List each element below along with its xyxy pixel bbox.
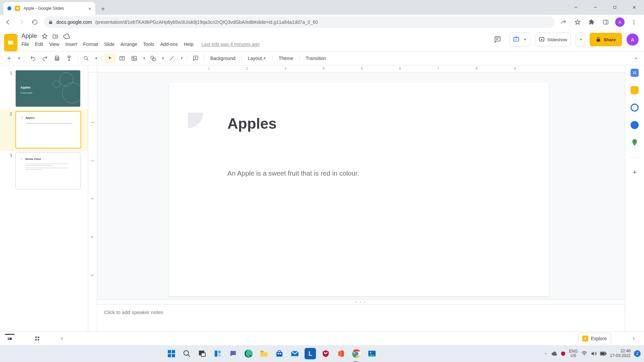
- star-document-icon[interactable]: [42, 33, 48, 39]
- browser-tab[interactable]: Apple - Google Slides ×: [3, 2, 95, 15]
- grid-view-button[interactable]: [32, 334, 43, 344]
- layout-button[interactable]: Layout▼: [245, 53, 270, 63]
- move-document-icon[interactable]: [52, 33, 58, 39]
- app-l-icon[interactable]: L: [305, 348, 316, 359]
- collapse-toolbar-button[interactable]: [631, 54, 641, 63]
- slide-thumbnail-1[interactable]: 1 Apples All about Apples: [0, 69, 88, 110]
- clock-time[interactable]: 22:48: [621, 349, 631, 354]
- theme-button[interactable]: Theme: [275, 53, 297, 63]
- redo-button[interactable]: [39, 53, 51, 63]
- cloud-status-icon[interactable]: [63, 33, 70, 40]
- image-tool[interactable]: [128, 53, 140, 63]
- keep-app-icon[interactable]: [631, 86, 639, 94]
- start-button[interactable]: [166, 348, 177, 359]
- menu-insert[interactable]: Insert: [65, 42, 77, 47]
- menu-edit[interactable]: Edit: [35, 42, 43, 47]
- browser-menu-icon[interactable]: [629, 17, 639, 27]
- document-title[interactable]: Apple: [21, 33, 37, 40]
- share-button[interactable]: Share: [590, 33, 622, 46]
- mcafee-icon[interactable]: [320, 348, 331, 359]
- select-tool[interactable]: [104, 53, 116, 63]
- close-tab-button[interactable]: ×: [88, 6, 91, 11]
- textbox-tool[interactable]: [116, 53, 128, 63]
- add-addon-button[interactable]: +: [631, 168, 639, 176]
- slide-thumbnail-3[interactable]: 3 Works Cited: [0, 151, 88, 192]
- last-edit-label[interactable]: Last edit was 4 minutes ago: [202, 42, 260, 47]
- battery-tray-icon[interactable]: [600, 351, 607, 356]
- volume-tray-icon[interactable]: [591, 351, 597, 357]
- ruler-horizontal[interactable]: 1 2 3 4 5 6 7 8 9: [97, 65, 625, 72]
- bookmark-star-icon[interactable]: [573, 17, 582, 27]
- expand-sidepanel-button[interactable]: [628, 334, 639, 344]
- tasks-app-icon[interactable]: [631, 104, 639, 112]
- present-options-button[interactable]: ▼: [509, 33, 530, 47]
- menu-slide[interactable]: Slide: [104, 42, 114, 47]
- new-slide-dropdown[interactable]: ▼: [15, 53, 21, 63]
- maps-app-icon[interactable]: [631, 138, 639, 146]
- new-tab-button[interactable]: +: [97, 3, 109, 15]
- menu-format[interactable]: Format: [83, 42, 98, 47]
- window-close-button[interactable]: [625, 0, 644, 15]
- language-indicator-2[interactable]: US: [571, 354, 576, 358]
- store-icon[interactable]: [274, 348, 285, 359]
- menu-addons[interactable]: Add-ons: [160, 42, 178, 47]
- menu-help[interactable]: Help: [184, 42, 194, 47]
- line-dropdown[interactable]: ▼: [178, 53, 184, 63]
- extensions-icon[interactable]: [587, 17, 596, 27]
- zoom-button[interactable]: [80, 53, 92, 63]
- chrome-icon[interactable]: [351, 348, 362, 359]
- filmstrip-view-button[interactable]: [5, 334, 15, 344]
- slide-canvas[interactable]: Apples An Apple is a sweet fruit that is…: [169, 82, 549, 296]
- menu-arrange[interactable]: Arrange: [120, 42, 137, 47]
- comment-tool[interactable]: [190, 53, 201, 63]
- shape-dropdown[interactable]: ▼: [159, 53, 165, 63]
- mail-icon[interactable]: [289, 348, 301, 359]
- edge-icon[interactable]: [243, 348, 254, 359]
- menu-file[interactable]: File: [21, 42, 29, 47]
- notes-drag-handle[interactable]: • • •: [97, 299, 625, 305]
- clock-date[interactable]: 17-03-2022: [610, 354, 631, 358]
- task-view-icon[interactable]: [197, 348, 208, 359]
- office-icon[interactable]: [335, 348, 347, 359]
- slides-logo-icon[interactable]: [4, 34, 17, 51]
- onedrive-tray-icon[interactable]: [551, 351, 557, 357]
- nav-reload-button[interactable]: [30, 17, 40, 27]
- share-page-icon[interactable]: [559, 17, 568, 27]
- wifi-tray-icon[interactable]: [581, 351, 587, 357]
- new-slide-button[interactable]: [3, 53, 15, 63]
- transition-button[interactable]: Transition: [302, 53, 329, 63]
- slide-body-text[interactable]: An Apple is a sweet fruit that is red in…: [227, 170, 359, 177]
- slide-thumbnail-2[interactable]: 2 Apples: [0, 110, 88, 151]
- nav-forward-button[interactable]: [17, 17, 26, 27]
- ruler-vertical[interactable]: 1 2 3 4 5: [88, 72, 97, 331]
- tray-overflow-icon[interactable]: [544, 352, 548, 356]
- slideshow-button[interactable]: Slideshow: [535, 33, 571, 47]
- calendar-app-icon[interactable]: 31: [631, 69, 639, 77]
- notifications-tray-icon[interactable]: 2: [634, 350, 641, 357]
- sidepanel-toggle-icon[interactable]: [601, 17, 610, 27]
- shape-tool[interactable]: [147, 53, 159, 63]
- slide-title[interactable]: Apples: [227, 115, 277, 132]
- account-avatar[interactable]: A: [627, 34, 639, 46]
- open-comments-button[interactable]: [490, 33, 504, 46]
- mcafee-tray-icon[interactable]: [560, 351, 566, 356]
- background-button[interactable]: Background: [207, 53, 239, 63]
- widgets-icon[interactable]: [212, 348, 223, 359]
- browser-profile-avatar[interactable]: A: [615, 17, 625, 27]
- line-tool[interactable]: [166, 53, 177, 63]
- nav-back-button[interactable]: [3, 17, 13, 27]
- photos-icon[interactable]: [366, 348, 378, 359]
- chat-icon[interactable]: [227, 348, 239, 359]
- tabs-menu-button[interactable]: [566, 0, 586, 15]
- paint-format-button[interactable]: [63, 53, 75, 63]
- window-minimize-button[interactable]: [586, 0, 605, 15]
- print-button[interactable]: [51, 53, 63, 63]
- undo-button[interactable]: [27, 53, 39, 63]
- menu-view[interactable]: View: [49, 42, 59, 47]
- window-maximize-button[interactable]: [605, 0, 625, 15]
- taskbar-search-icon[interactable]: [181, 348, 193, 359]
- address-bar[interactable]: docs.google.com/presentation/d/1ebTKA9kP…: [44, 16, 555, 28]
- collapse-filmstrip-button[interactable]: [56, 334, 68, 344]
- explore-button[interactable]: ✦ Explore: [578, 333, 611, 344]
- menu-tools[interactable]: Tools: [143, 42, 154, 47]
